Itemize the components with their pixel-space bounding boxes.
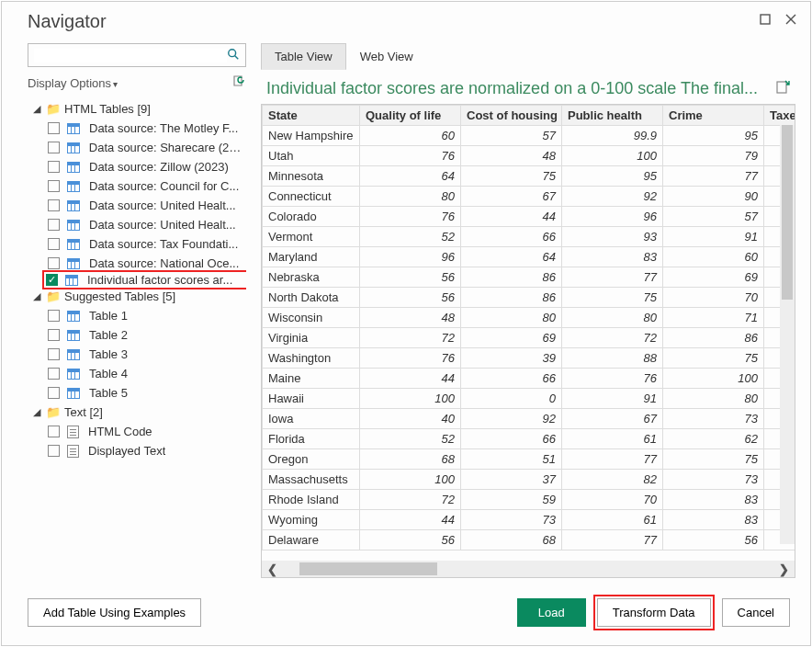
vertical-scrollbar[interactable] bbox=[780, 125, 795, 544]
table-row[interactable]: Utah764810079 bbox=[263, 146, 795, 166]
tree-folder[interactable]: ◢ 📁 Text [2] bbox=[31, 403, 246, 422]
tree-item[interactable]: Data source: The Motley F... bbox=[46, 119, 246, 138]
state-cell: Massachusetts bbox=[263, 470, 360, 490]
scroll-right-arrow-icon[interactable]: ❯ bbox=[775, 562, 793, 576]
search-input[interactable] bbox=[34, 49, 227, 62]
column-header[interactable]: Quality of life bbox=[360, 106, 461, 126]
value-cell: 77 bbox=[562, 267, 663, 288]
tree-item-checkbox[interactable] bbox=[48, 219, 60, 231]
maximize-button[interactable] bbox=[757, 11, 773, 28]
tree-item[interactable]: HTML Code bbox=[46, 422, 246, 441]
display-options[interactable]: Display Options▾ bbox=[28, 73, 246, 94]
table-icon bbox=[67, 369, 80, 380]
tree-item[interactable]: Displayed Text bbox=[46, 441, 246, 460]
tree-item[interactable]: Table 3 bbox=[46, 345, 246, 364]
table-row[interactable]: Iowa40926773 bbox=[263, 409, 795, 429]
tree-item[interactable]: Data source: Zillow (2023) bbox=[46, 157, 246, 176]
table-row[interactable]: Vermont52669391 bbox=[263, 227, 795, 247]
tree-item-checkbox[interactable] bbox=[48, 180, 60, 192]
tree-item-label: Data source: The Motley F... bbox=[89, 121, 238, 135]
vertical-scrollbar-thumb[interactable] bbox=[782, 125, 793, 300]
value-cell: 51 bbox=[461, 449, 562, 470]
table-row[interactable]: Washington76398875 bbox=[263, 348, 795, 369]
horizontal-scrollbar[interactable]: ❮ ❯ bbox=[262, 561, 795, 577]
table-row[interactable]: New Hampshire605799.995 bbox=[263, 126, 795, 146]
value-cell: 37 bbox=[461, 470, 562, 490]
refresh-icon[interactable] bbox=[231, 74, 246, 92]
table-row[interactable]: Wyoming44736183 bbox=[263, 510, 795, 530]
table-icon bbox=[67, 220, 80, 231]
tree-folder[interactable]: ◢ 📁 Suggested Tables [5] bbox=[31, 287, 246, 306]
tree-item[interactable]: Data source: Council for C... bbox=[46, 176, 246, 196]
add-table-button[interactable]: Add Table Using Examples bbox=[28, 598, 201, 627]
table-icon bbox=[67, 162, 80, 173]
tree-item-checkbox[interactable] bbox=[48, 238, 60, 250]
table-row[interactable]: Colorado76449657 bbox=[263, 207, 795, 227]
tree-item-label: Data source: Council for C... bbox=[89, 179, 239, 193]
table-row[interactable]: Minnesota64759577 bbox=[263, 166, 795, 187]
tree-item[interactable]: Data source: Tax Foundati... bbox=[46, 234, 246, 254]
tree-item-checkbox[interactable] bbox=[48, 426, 60, 437]
horizontal-scrollbar-thumb[interactable] bbox=[299, 562, 437, 575]
tree-item[interactable]: Data source: United Healt... bbox=[46, 196, 246, 215]
value-cell: 90 bbox=[663, 187, 764, 207]
data-table: StateQuality of lifeCost of housingPubli… bbox=[262, 105, 795, 551]
tree-item-checkbox[interactable] bbox=[48, 387, 60, 399]
tree-item-checkbox[interactable] bbox=[48, 161, 60, 173]
column-header[interactable]: State bbox=[263, 106, 360, 126]
tree-item[interactable]: Table 1 bbox=[46, 306, 246, 325]
tree-view[interactable]: ◢ 📁 HTML Tables [9]Data source: The Motl… bbox=[28, 99, 246, 578]
table-row[interactable]: Oregon68517775 bbox=[263, 449, 795, 470]
tree-item-label: Table 4 bbox=[89, 367, 128, 380]
tree-folder-label: Suggested Tables [5] bbox=[64, 289, 175, 303]
close-button[interactable] bbox=[783, 11, 799, 28]
tree-item-checkbox[interactable] bbox=[48, 368, 60, 380]
tree-item-checkbox[interactable] bbox=[48, 122, 60, 134]
table-row[interactable]: Florida52666162 bbox=[263, 429, 795, 449]
tree-item-checkbox[interactable] bbox=[48, 199, 60, 211]
column-header[interactable]: Cost of housing bbox=[461, 106, 562, 126]
search-box[interactable] bbox=[28, 43, 246, 67]
table-row[interactable]: Wisconsin48808071 bbox=[263, 308, 795, 328]
state-cell: Wyoming bbox=[263, 510, 360, 530]
tree-item-checkbox[interactable] bbox=[48, 445, 60, 457]
column-header[interactable]: Taxes bbox=[764, 106, 795, 126]
column-header[interactable]: Public health bbox=[562, 106, 663, 126]
tree-folder[interactable]: ◢ 📁 HTML Tables [9] bbox=[31, 99, 246, 119]
value-cell: 75 bbox=[663, 449, 764, 470]
value-cell: 70 bbox=[663, 288, 764, 308]
tree-item-checkbox[interactable] bbox=[48, 310, 60, 322]
value-cell: 82 bbox=[562, 470, 663, 490]
transform-data-button[interactable]: Transform Data bbox=[597, 598, 711, 627]
column-header[interactable]: Crime bbox=[663, 106, 764, 126]
cancel-button[interactable]: Cancel bbox=[722, 598, 790, 627]
table-row[interactable]: Hawaii10009180 bbox=[263, 389, 795, 409]
scroll-left-arrow-icon[interactable]: ❮ bbox=[264, 562, 281, 576]
tree-item[interactable]: Data source: United Healt... bbox=[46, 215, 246, 234]
table-row[interactable]: Rhode Island72597083 bbox=[263, 490, 795, 510]
table-row[interactable]: Virginia72697286 bbox=[263, 328, 795, 348]
table-row[interactable]: North Dakota56867570 bbox=[263, 288, 795, 308]
tree-item-checkbox[interactable] bbox=[48, 329, 60, 341]
tree-item-checkbox[interactable] bbox=[48, 348, 60, 360]
tree-item-checkbox[interactable]: ✓ bbox=[46, 274, 58, 286]
load-button[interactable]: Load bbox=[517, 598, 586, 627]
table-row[interactable]: Massachusetts100378273 bbox=[263, 470, 795, 490]
export-icon[interactable] bbox=[775, 79, 792, 98]
tab-web-view[interactable]: Web View bbox=[346, 43, 427, 70]
tree-item[interactable]: Data source: Sharecare (20... bbox=[46, 138, 246, 157]
table-row[interactable]: Nebraska56867769 bbox=[263, 267, 795, 288]
tab-table-view[interactable]: Table View bbox=[261, 43, 346, 70]
value-cell: 56 bbox=[360, 530, 461, 551]
tree-item-checkbox[interactable] bbox=[48, 257, 60, 269]
table-row[interactable]: Maryland96648360 bbox=[263, 247, 795, 267]
table-row[interactable]: Delaware56687756 bbox=[263, 530, 795, 551]
table-row[interactable]: Connecticut80679290 bbox=[263, 187, 795, 207]
svg-rect-0 bbox=[761, 15, 770, 24]
value-cell: 57 bbox=[663, 207, 764, 227]
tree-item[interactable]: Table 4 bbox=[46, 364, 246, 383]
tree-item-checkbox[interactable] bbox=[48, 142, 60, 153]
table-row[interactable]: Maine446676100 bbox=[263, 369, 795, 389]
tree-item[interactable]: Table 2 bbox=[46, 325, 246, 345]
tree-item[interactable]: Table 5 bbox=[46, 383, 246, 403]
